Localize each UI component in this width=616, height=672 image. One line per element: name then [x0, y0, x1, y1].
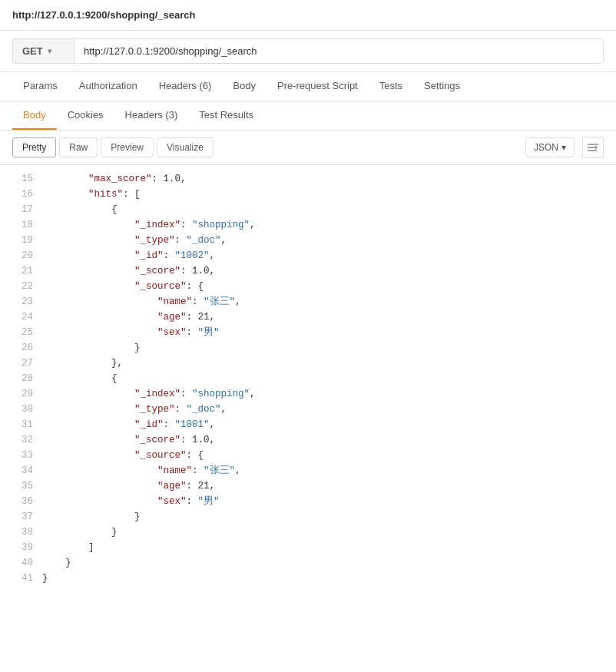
tab-body[interactable]: Body	[222, 72, 267, 101]
format-raw-button[interactable]: Raw	[59, 137, 98, 157]
format-visualize-button[interactable]: Visualize	[157, 137, 214, 157]
line-num: 23	[12, 294, 33, 310]
response-tabs: Body Cookies Headers (3) Test Results	[0, 101, 616, 131]
line-num: 32	[12, 432, 33, 448]
indent-token	[42, 435, 134, 445]
key-token: "age"	[157, 312, 187, 323]
indent-token	[42, 204, 111, 215]
format-preview-button[interactable]: Preview	[101, 137, 154, 157]
punct-token: :	[175, 235, 187, 246]
line-num: 21	[12, 263, 33, 279]
key-token: "hits"	[88, 189, 123, 200]
punct-token: },	[111, 358, 123, 369]
code-line: }	[42, 509, 604, 525]
punct-token: ,	[250, 389, 256, 399]
code-line: "sex": "男"	[42, 325, 604, 340]
punct-token: }	[42, 573, 48, 584]
line-num: 30	[12, 402, 33, 417]
response-tab-body[interactable]: Body	[12, 101, 57, 130]
code-line: "sex": "男"	[42, 494, 604, 509]
line-num: 15	[12, 171, 33, 187]
code-line: "age": 21,	[42, 478, 604, 494]
code-line: {	[42, 202, 604, 217]
indent-token	[42, 389, 134, 399]
code-line: "name": "张三",	[42, 463, 604, 478]
line-num: 40	[12, 555, 33, 571]
key-token: "_index"	[134, 220, 180, 230]
title-bar: http://127.0.0.1:9200/shopping/_search	[0, 0, 616, 31]
response-tab-testresults[interactable]: Test Results	[188, 101, 264, 130]
method-label: GET	[22, 45, 43, 57]
code-line: "_score": 1.0,	[42, 432, 604, 448]
code-line: {	[42, 371, 604, 386]
url-input[interactable]	[74, 38, 604, 64]
punct-token: :	[180, 266, 192, 276]
tab-tests[interactable]: Tests	[369, 72, 413, 101]
string-token: "_doc"	[187, 404, 221, 415]
code-line: "_index": "shopping",	[42, 386, 604, 402]
line-num: 16	[12, 187, 33, 202]
line-num: 17	[12, 202, 33, 217]
punct-token: ,	[221, 235, 227, 246]
indent-token	[42, 266, 134, 276]
tab-settings[interactable]: Settings	[413, 72, 471, 101]
code-line: "_source": {	[42, 279, 604, 294]
indent-token	[42, 419, 134, 430]
string-token: "张三"	[204, 296, 235, 307]
method-select[interactable]: GET ▾	[12, 38, 74, 64]
code-line: "_score": 1.0,	[42, 263, 604, 279]
line-num: 39	[12, 540, 33, 555]
indent-token	[42, 527, 111, 538]
punct-token: ]	[88, 542, 94, 553]
code-line: ]	[42, 540, 604, 555]
punct-token: :	[187, 312, 198, 323]
indent-token	[42, 296, 157, 307]
indent-token	[42, 235, 134, 246]
format-pretty-button[interactable]: Pretty	[12, 137, 56, 157]
indent-token	[42, 542, 88, 553]
indent-token	[42, 481, 157, 492]
punct-token: :	[152, 174, 164, 184]
line-num: 25	[12, 325, 33, 340]
line-num: 26	[12, 340, 33, 356]
punct-token: ,	[221, 404, 227, 415]
punct-token: ,	[235, 296, 241, 307]
tab-authorization[interactable]: Authorization	[68, 72, 148, 101]
response-tab-headers[interactable]: Headers (3)	[114, 101, 189, 130]
line-num: 37	[12, 509, 33, 525]
string-token: "张三"	[204, 465, 235, 476]
key-token: "age"	[157, 481, 187, 492]
tab-params[interactable]: Params	[12, 72, 68, 101]
punct-token: :	[180, 389, 192, 399]
format-bar: Pretty Raw Preview Visualize JSON ▾	[0, 131, 616, 165]
response-tab-cookies[interactable]: Cookies	[57, 101, 114, 130]
code-line: "age": 21,	[42, 310, 604, 325]
code-line: "_id": "1001",	[42, 417, 604, 432]
num-token: 21	[198, 312, 210, 323]
key-token: "_type"	[134, 404, 175, 415]
key-token: "max_score"	[88, 174, 152, 184]
line-num: 35	[12, 478, 33, 494]
indent-token	[42, 558, 65, 568]
indent-token	[42, 343, 134, 353]
format-type-label: JSON	[534, 142, 558, 153]
punct-token: :	[164, 250, 175, 261]
code-line: "_index": "shopping",	[42, 217, 604, 233]
indent-token	[42, 404, 134, 415]
punct-token: }	[134, 343, 141, 353]
tab-prerequest[interactable]: Pre-request Script	[267, 72, 369, 101]
indent-token	[42, 511, 134, 522]
punct-token: }	[134, 511, 141, 522]
key-token: "_source"	[134, 281, 187, 292]
code-content: "max_score": 1.0, "hits": [ { "_index": …	[42, 171, 616, 586]
format-type-select[interactable]: JSON ▾	[525, 137, 575, 157]
tab-headers[interactable]: Headers (6)	[148, 72, 223, 101]
punct-token: :	[192, 296, 204, 307]
punct-token: ,	[210, 419, 216, 430]
request-bar: GET ▾	[0, 31, 616, 72]
punct-token: ,	[210, 250, 216, 261]
punct-token: : {	[187, 281, 204, 292]
wrap-icon[interactable]	[582, 137, 604, 158]
line-num: 31	[12, 417, 33, 432]
code-line: "_source": {	[42, 448, 604, 463]
